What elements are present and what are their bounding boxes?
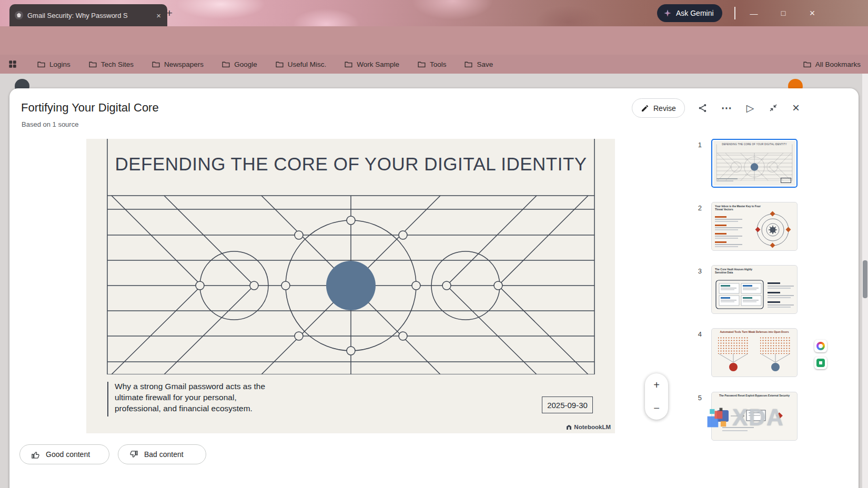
xda-watermark: XDA <box>705 403 808 432</box>
bookmark-label: Work Sample <box>357 60 399 68</box>
caption-line: ultimate firewall for your personal, <box>115 392 265 403</box>
close-panel-button[interactable]: × <box>786 98 805 117</box>
thumbnail-graphic <box>712 329 797 377</box>
bookmark-folder-newspapers[interactable]: Newspapers <box>152 60 204 69</box>
slide-thumbnail-2[interactable]: Your Inbox is the Master Key to Four Thr… <box>711 202 798 251</box>
caption-rule <box>107 382 108 416</box>
thumbnail-diagram <box>713 144 795 181</box>
more-options-button[interactable]: ⋯ <box>717 98 736 117</box>
titlebar-separator <box>734 7 735 19</box>
caption-line: Why a strong Gmail password acts as the <box>115 381 265 392</box>
source-note: Based on 1 source <box>22 120 78 128</box>
bookmark-folder-google[interactable]: Google <box>221 60 257 69</box>
caption-line: professional, and financial ecosystem. <box>115 403 265 414</box>
bookmark-label: Tech Sites <box>101 60 134 68</box>
slide-thumbnail-1[interactable]: DEFENDING THE CORE OF YOUR DIGITAL IDENT… <box>711 139 798 188</box>
slide-thumbnail-3[interactable]: The Core Vault Houses Highly Sensitive D… <box>711 265 798 314</box>
slide-canvas: DEFENDING THE CORE OF YOUR DIGITAL IDENT… <box>86 139 615 433</box>
thumbs-up-icon <box>31 450 41 460</box>
notebooklm-logo-icon <box>566 424 572 430</box>
share-button[interactable] <box>693 98 712 117</box>
deck-title: Fortifying Your Digital Core <box>21 101 159 115</box>
bookmark-label: Newspapers <box>164 60 204 68</box>
thumbnail-number-1: 1 <box>691 141 702 149</box>
bookmark-folder-save[interactable]: Save <box>464 60 493 69</box>
thumbnail-caption-strip <box>716 177 792 184</box>
exit-fullscreen-button[interactable] <box>764 98 783 117</box>
bad-content-label: Bad content <box>144 450 184 459</box>
side-extension-icon-2[interactable] <box>814 357 827 369</box>
folder-icon <box>803 60 812 69</box>
tab-title: Gmail Security: Why Password S <box>27 12 151 19</box>
thumbnail-number-2: 2 <box>691 204 702 212</box>
browser-tab[interactable]: Gmail Security: Why Password S × <box>9 4 167 26</box>
tab-close-icon[interactable]: × <box>155 11 162 20</box>
folder-icon <box>464 60 473 69</box>
browser-toolbar: ← → notebooklm.google.com/notebook/e1002… <box>0 26 868 55</box>
slide-title: DEFENDING THE CORE OF YOUR DIGITAL IDENT… <box>107 154 594 175</box>
window-minimize-button[interactable]: — <box>742 0 766 26</box>
tab-strip: Gmail Security: Why Password S × + Ask G… <box>0 0 868 26</box>
scrollbar-thumb[interactable] <box>863 260 867 298</box>
thumbnail-number-3: 3 <box>691 267 702 275</box>
bookmark-label: Tools <box>430 60 447 68</box>
bad-content-button[interactable]: Bad content <box>118 444 206 464</box>
browser-window: Gmail Security: Why Password S × + Ask G… <box>0 0 868 488</box>
thumbnail-title: The Password Reset Exploit Bypasses Exte… <box>716 394 793 397</box>
new-tab-button[interactable]: + <box>162 6 177 21</box>
window-close-button[interactable]: × <box>800 0 824 26</box>
thumbs-down-icon <box>129 450 139 460</box>
thumbnail-title: The Core Vault Houses Highly Sensitive D… <box>715 268 763 274</box>
pencil-icon <box>641 104 649 113</box>
window-maximize-button[interactable]: □ <box>771 0 795 26</box>
slide-caption: Why a strong Gmail password acts as the … <box>115 381 265 414</box>
all-bookmarks-label: All Bookmarks <box>815 60 861 68</box>
slide-date: 2025-09-30 <box>542 396 593 413</box>
ask-gemini-label: Ask Gemini <box>676 9 714 17</box>
zoom-out-button[interactable]: − <box>653 402 660 414</box>
notebooklm-favicon <box>15 11 23 19</box>
zoom-in-button[interactable]: + <box>653 379 660 391</box>
ask-gemini-button[interactable]: Ask Gemini <box>657 4 722 22</box>
xda-watermark-text: XDA <box>732 404 784 431</box>
notebooklm-brand-label: NotebookLM <box>574 424 611 430</box>
revise-label: Revise <box>653 104 676 113</box>
gemini-sparkle-icon <box>663 9 672 17</box>
play-button[interactable]: ▷ <box>741 98 760 117</box>
share-icon <box>698 103 708 113</box>
bookmarks-bar: Logins Tech Sites Newspapers Google Usef… <box>0 55 868 74</box>
folder-icon <box>88 60 97 69</box>
folder-icon <box>37 60 46 69</box>
bookmark-folder-tools[interactable]: Tools <box>417 60 447 69</box>
thumbnail-title: DEFENDING THE CORE OF YOUR DIGITAL IDENT… <box>718 143 791 146</box>
folder-icon <box>221 60 230 69</box>
bookmark-label: Google <box>234 60 257 68</box>
folder-icon <box>152 60 160 69</box>
slideshow-panel: Fortifying Your Digital Core Based on 1 … <box>9 88 859 488</box>
folder-icon <box>275 60 284 69</box>
bookmark-folder-tech-sites[interactable]: Tech Sites <box>88 60 134 69</box>
thumbnail-title: Automated Tools Turn Weak Defenses into … <box>716 330 793 333</box>
good-content-label: Good content <box>46 450 90 459</box>
bookmark-label: Logins <box>49 60 70 68</box>
bookmark-label: Useful Misc. <box>288 60 327 68</box>
bookmark-folder-logins[interactable]: Logins <box>37 60 70 69</box>
bookmark-folder-useful-misc[interactable]: Useful Misc. <box>275 60 327 69</box>
notebooklm-watermark: NotebookLM <box>566 424 611 430</box>
folder-icon <box>417 60 426 69</box>
apps-grid-icon[interactable] <box>7 59 18 69</box>
collapse-icon <box>769 103 778 113</box>
zoom-controls: + − <box>645 373 668 420</box>
revise-button[interactable]: Revise <box>632 98 685 118</box>
side-extension-icon-1[interactable] <box>814 340 827 352</box>
thumbnail-title: Your Inbox is the Master Key to Four Thr… <box>715 205 763 211</box>
thumbnail-number-4: 4 <box>691 330 702 338</box>
slide-thumbnail-4[interactable]: Automated Tools Turn Weak Defenses into … <box>711 328 798 377</box>
bookmark-folder-work-sample[interactable]: Work Sample <box>344 60 399 69</box>
bookmark-label: Save <box>477 60 493 68</box>
all-bookmarks-button[interactable]: All Bookmarks <box>803 60 861 69</box>
thumbnail-number-5: 5 <box>691 394 702 402</box>
folder-icon <box>344 60 353 69</box>
good-content-button[interactable]: Good content <box>19 444 109 464</box>
xda-logo-icon <box>705 405 729 430</box>
